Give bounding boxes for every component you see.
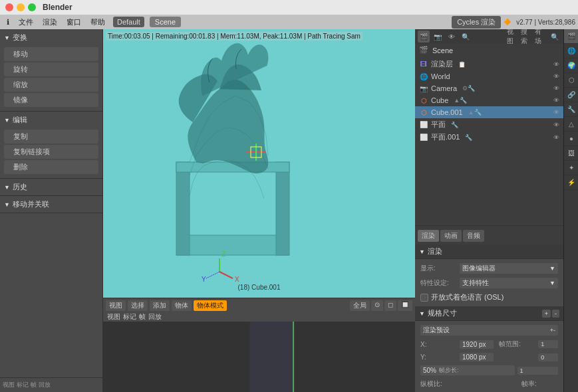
right-vertical-tabs: 🎬 🌐 🌍 ⬡ 🔗 🔧 △ ● 🖼 ✦ ⚡ [563,29,578,392]
minimize-button[interactable] [17,3,25,11]
move-link-header[interactable]: ▼ 移动并关联 [0,197,102,211]
rv-material-tab[interactable]: ● [564,132,578,146]
left-play-label: 回放 [39,381,51,389]
scale-button[interactable]: 缩放 [4,78,98,92]
osl-checkbox[interactable] [420,294,428,302]
transform-content: 移动 旋转 缩放 镜像 [0,45,102,110]
timeline-header: 视图 标记 帧 回放 [103,312,415,322]
scene-tab[interactable]: Scene [150,17,181,27]
render-engine[interactable]: Cycles 渲染 [452,16,501,29]
render-tab-anim[interactable]: 动画 [440,230,462,242]
cube-eye[interactable]: 👁 [553,97,559,104]
rv-scene-tab[interactable]: 🌐 [564,44,578,58]
menu-file[interactable]: 文件 [15,16,37,29]
viewport[interactable]: Time:00:03.05 | Remaining:00:01.83 | Mem… [103,29,415,298]
res-y-value[interactable]: 1080 px [460,353,494,361]
duplicate-button[interactable]: 复制 [4,130,98,144]
edit-header[interactable]: ▼ 编辑 [0,113,102,127]
rv-render-tab[interactable]: 🎬 [564,29,578,44]
render-tab-audio[interactable]: 音频 [463,230,484,242]
vp-global-btn[interactable]: 全局 [350,300,370,311]
scene-item-camera[interactable]: 📷 Camera ⚙🔧 👁 [415,82,563,94]
transform-header[interactable]: ▼ 变换 [0,31,102,45]
menu-render[interactable]: 渲染 [39,16,61,29]
workspace-mode[interactable]: Default [113,17,144,27]
rotate-button[interactable]: 旋转 [4,62,98,76]
res-x-value[interactable]: 1920 px [460,340,494,349]
history-header[interactable]: ▼ 历史 [0,180,102,194]
scene-item-renderlayer[interactable]: 🎞 渲染层 📋 👁 [415,58,563,70]
rv-modifier-tab[interactable]: 🔧 [564,102,578,117]
rv-object-tab[interactable]: ⬡ [564,73,578,88]
scene-item-plane[interactable]: ⬜ 平面 🔧 👁 [415,118,563,131]
rv-physics-tab[interactable]: ⚡ [564,175,578,190]
svg-text:X: X [235,276,239,283]
rv-world-tab[interactable]: 🌍 [564,58,578,73]
plane001-eye[interactable]: 👁 [553,134,559,141]
render-section-header[interactable]: ▼ 渲染 [415,245,563,259]
vp-mode-btn[interactable]: 物体模式 [194,300,227,311]
window-controls[interactable] [5,3,36,11]
ri-all-scenes[interactable]: 所有场景 [535,31,547,43]
plane-eye[interactable]: 👁 [553,122,559,128]
vp-icon2[interactable]: ◻ [384,300,396,311]
maximize-button[interactable] [28,3,36,11]
ri-expand-btn[interactable]: 🔍 [549,31,561,43]
vp-icon3[interactable]: 🔲 [398,300,412,311]
tl-play-btn[interactable]: 回放 [148,312,162,322]
ri-search-tab[interactable]: 搜索 [521,31,533,43]
renderlayer-eye[interactable]: 👁 [553,61,559,68]
dim-add-btn[interactable]: + [542,310,551,318]
tl-mark-btn[interactable]: 标记 [123,312,136,322]
dimensions-header[interactable]: ▼ 规格尺寸 + - [415,306,563,321]
right-icons-bar: 🎬 📷 👁 🔍 视图 搜索 所有场景 🔍 [415,29,563,44]
timeline: 视图 标记 帧 回放 -60 -40 -20 0 20 [103,312,415,392]
tl-frame-btn[interactable]: 帧 [139,312,146,322]
ri-search-btn[interactable]: 🔍 [460,31,472,43]
info-button[interactable]: ℹ [3,17,13,28]
rv-particle-tab[interactable]: ✦ [564,161,578,175]
display-value[interactable]: 图像编辑器 ▼ [460,263,558,274]
render-tab-render[interactable]: 渲染 [418,230,439,242]
scene-item-cube[interactable]: ⬡ Cube ▲🔧 👁 [415,94,563,106]
timeline-content[interactable]: 百度经验 jingyan.baidu.com [103,322,415,392]
features-value[interactable]: 支持特性 ▼ [460,278,558,288]
vp-object-btn[interactable]: 物体 [172,300,192,311]
delete-button[interactable]: 删除 [4,160,98,174]
rv-constraint-tab[interactable]: 🔗 [564,88,578,102]
ri-scene-btn[interactable]: 🎬 [418,31,430,43]
scene-item-cube001[interactable]: ⬡ Cube.001 ▲🔧 👁 [415,106,563,118]
close-button[interactable] [5,3,13,11]
ri-render-btn[interactable]: 📷 [432,31,444,43]
dim-remove-btn[interactable]: - [552,310,559,318]
ri-view-btn[interactable]: 👁 [446,31,458,43]
transform-section: ▼ 变换 移动 旋转 缩放 镜像 [0,29,102,112]
world-eye[interactable]: 👁 [553,73,559,80]
percent-value[interactable]: 50% 帧步长: [420,365,515,375]
scene-item-world[interactable]: 🌐 World 👁 [415,70,563,82]
cube001-eye[interactable]: 👁 [553,109,559,116]
framerate-label: 帧率: [521,379,558,389]
ri-top-tabs[interactable]: 视图 [507,31,519,43]
tl-view-btn[interactable]: 视图 [107,312,120,322]
menu-help[interactable]: 帮助 [86,16,109,29]
step-value[interactable]: 1 [517,367,558,375]
frame-start-value[interactable]: 1 [538,340,558,348]
frame-end-value[interactable]: 0 [538,353,558,361]
rv-data-tab[interactable]: △ [564,117,578,132]
rv-texture-tab[interactable]: 🖼 [564,146,578,161]
camera-eye[interactable]: 👁 [553,85,559,92]
vp-select-btn[interactable]: 选择 [128,300,148,311]
preset-value[interactable]: 渲染预设 + - [420,325,558,336]
mirror-button[interactable]: 镜像 [4,93,98,107]
scene-item-plane001[interactable]: ⬜ 平面.001 🔧 👁 [415,131,563,144]
menu-window[interactable]: 窗口 [63,16,85,29]
move-button[interactable]: 移动 [4,47,98,61]
vp-view-btn[interactable]: 视图 [106,300,126,311]
vp-icon1[interactable]: ⊙ [371,300,383,311]
duplicate-linked-button[interactable]: 复制链接项 [4,145,98,159]
dimensions-controls: + - [542,310,559,318]
vp-add-btn[interactable]: 添加 [150,300,170,311]
menu-bar: ℹ 文件 渲染 窗口 帮助 Default Scene Cycles 渲染 🔶 … [0,15,578,29]
dimensions-arrow: ▼ [419,310,425,317]
